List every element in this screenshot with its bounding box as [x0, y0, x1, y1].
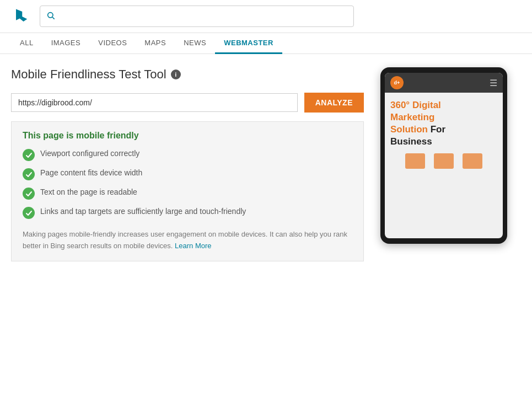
phone-mockup: d+ ☰ 360° Digital Marketing Solution For… [380, 67, 507, 244]
svg-point-0 [48, 12, 53, 17]
nav-tabs: ALL IMAGES VIDEOS MAPS NEWS WEBMASTER [0, 33, 532, 54]
phone-menu-icon: ☰ [490, 78, 497, 88]
check-item-1: Viewport configured correctly [23, 148, 352, 161]
phone-screen: d+ ☰ 360° Digital Marketing Solution For… [385, 73, 503, 238]
result-heading: This page is mobile friendly [23, 131, 352, 141]
analyze-button[interactable]: ANALYZE [304, 93, 364, 113]
phone-icons-row [390, 148, 497, 169]
search-box-wrapper [40, 6, 354, 27]
tab-news[interactable]: NEWS [175, 33, 215, 54]
check-item-3: Text on the page is readable [23, 187, 352, 200]
right-panel: d+ ☰ 360° Digital Marketing Solution For… [380, 67, 513, 261]
phone-logo-text: d+ [394, 80, 400, 85]
phone-hero-line3-dark: For [428, 124, 445, 135]
check-circle-3 [23, 188, 35, 200]
search-icon [46, 11, 55, 22]
phone-hero: 360° Digital Marketing Solution For Busi… [385, 93, 503, 175]
bing-logo [11, 7, 31, 26]
check-text-3: Text on the page is readable [40, 187, 137, 198]
phone-hero-line3-orange: Solution [390, 124, 428, 135]
page-title: Mobile Friendliness Test Tool [11, 67, 166, 82]
phone-icon-1 [405, 153, 425, 169]
check-text-1: Viewport configured correctly [40, 148, 139, 159]
phone-icon-3 [463, 153, 482, 169]
check-item-4: Links and tap targets are sufficiently l… [23, 206, 352, 219]
tab-maps[interactable]: MAPS [136, 33, 175, 54]
check-text-4: Links and tap targets are sufficiently l… [40, 206, 246, 217]
svg-line-1 [52, 17, 55, 19]
tab-webmaster[interactable]: WEBMASTER [215, 33, 282, 54]
footer-note: Making pages mobile-friendly increases u… [23, 229, 352, 252]
url-input[interactable] [11, 93, 298, 112]
results-box: This page is mobile friendly Viewport co… [11, 121, 364, 261]
phone-hero-text: 360° Digital Marketing Solution For Busi… [390, 99, 497, 148]
info-icon[interactable]: i [171, 69, 181, 79]
page-title-row: Mobile Friendliness Test Tool i [11, 67, 364, 82]
left-panel: Mobile Friendliness Test Tool i ANALYZE … [11, 67, 364, 261]
phone-hero-line1: 360° Digital [390, 100, 441, 110]
check-circle-1 [23, 149, 35, 161]
tab-images[interactable]: IMAGES [42, 33, 90, 54]
url-row: ANALYZE [11, 93, 364, 113]
check-circle-4 [23, 207, 35, 219]
check-circle-2 [23, 168, 35, 180]
phone-hero-line4: Business [390, 136, 432, 147]
header [0, 0, 532, 33]
phone-logo: d+ [390, 76, 404, 89]
search-input[interactable] [40, 6, 354, 27]
tab-videos[interactable]: VIDEOS [89, 33, 136, 54]
check-item-2: Page content fits device width [23, 168, 352, 180]
check-text-2: Page content fits device width [40, 168, 142, 179]
phone-icon-2 [434, 153, 454, 169]
learn-more-link[interactable]: Learn More [175, 242, 211, 250]
phone-topbar: d+ ☰ [385, 73, 503, 93]
phone-hero-line2: Marketing [390, 112, 434, 122]
tab-all[interactable]: ALL [11, 33, 42, 54]
main-content: Mobile Friendliness Test Tool i ANALYZE … [0, 54, 532, 275]
